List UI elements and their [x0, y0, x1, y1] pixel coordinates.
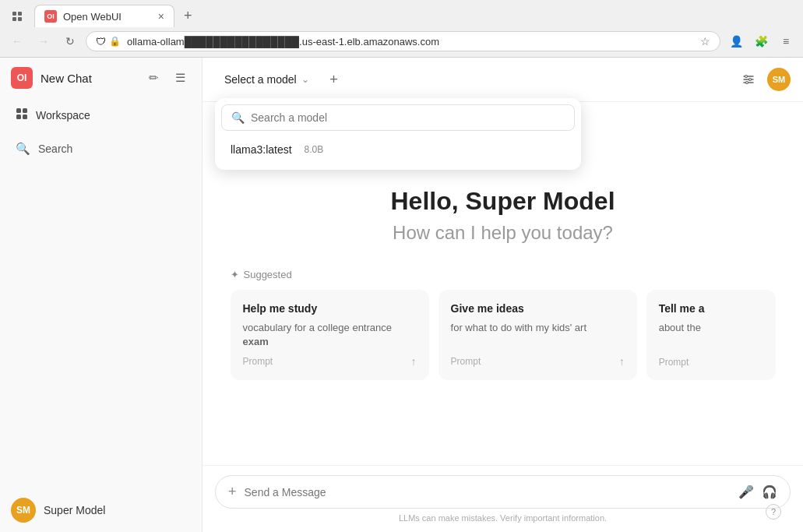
add-model-button[interactable]: +	[323, 69, 345, 90]
card-2-footer: Prompt ↑	[451, 355, 625, 368]
cards-row: Help me study vocabulary for a college e…	[231, 290, 776, 380]
sidebar-header-icons: ✏ ☰	[143, 67, 191, 89]
svg-rect-4	[16, 108, 21, 113]
new-chat-label: New Chat	[41, 72, 135, 85]
model-name: llama3:latest	[231, 143, 292, 156]
greeting-title: Hello, Super Model	[390, 187, 615, 216]
svg-rect-2	[12, 17, 16, 21]
svg-point-12	[749, 79, 752, 81]
svg-rect-1	[18, 12, 22, 16]
input-area: + 🎤 🎧 LLMs can make mistakes. Verify imp…	[203, 465, 803, 532]
message-input-box[interactable]: + 🎤 🎧	[215, 475, 791, 509]
model-selector-button[interactable]: Select a model ⌄	[215, 69, 319, 90]
suggestion-card-3[interactable]: Tell me a about the Prompt	[646, 290, 776, 380]
back-button[interactable]: ←	[6, 30, 28, 52]
model-selector-label: Select a model	[224, 73, 297, 86]
app: OI New Chat ✏ ☰ Workspace	[0, 58, 803, 532]
model-search-box[interactable]: 🔍	[221, 104, 575, 131]
extensions-icon[interactable]: 🧩	[750, 30, 772, 52]
card-2-title: Give me ideas	[451, 302, 625, 315]
svg-rect-7	[23, 115, 27, 119]
address-bar-row: ← → ↻ 🛡 🔒 ollama-ollam████████████████.u…	[0, 27, 803, 57]
disclaimer-text: LLMs can make mistakes. Verify important…	[399, 509, 607, 526]
chevron-down-icon: ⌄	[301, 74, 309, 85]
card-1-title: Help me study	[243, 302, 417, 315]
suggestion-card-1[interactable]: Help me study vocabulary for a college e…	[231, 290, 429, 380]
topbar-right: SM	[736, 67, 791, 92]
suggested-label: ✦ Suggested	[231, 269, 776, 280]
model-selector: Select a model ⌄ +	[215, 69, 345, 90]
new-tab-button[interactable]: +	[178, 5, 199, 27]
help-button[interactable]: ?	[766, 504, 781, 520]
sidebar-header: OI New Chat ✏ ☰	[0, 58, 202, 98]
svg-point-13	[746, 82, 748, 84]
workspace-icon	[16, 107, 28, 123]
settings-button[interactable]	[736, 67, 761, 92]
security-icons: 🛡 🔒	[96, 36, 121, 48]
card-3-title: Tell me a	[659, 302, 763, 315]
model-search-input[interactable]	[251, 111, 565, 124]
bookmark-icon[interactable]: ☆	[700, 35, 710, 48]
search-nav-item[interactable]: 🔍 Search	[8, 136, 194, 162]
tab-bar: OI Open WebUI × +	[0, 0, 803, 27]
menu-icon[interactable]: ≡	[775, 30, 797, 52]
svg-rect-3	[18, 17, 22, 21]
sidebar: OI New Chat ✏ ☰ Workspace	[0, 58, 203, 532]
main-content: Select a model ⌄ + SM	[203, 58, 803, 532]
edit-icon[interactable]: ✏	[143, 67, 164, 89]
address-text[interactable]: ollama-ollam████████████████.us-east-1.e…	[127, 36, 694, 48]
model-dropdown: 🔍 llama3:latest 8.0B	[215, 98, 581, 170]
browser-tab-active[interactable]: OI Open WebUI ×	[34, 5, 174, 27]
sparkle-icon: ✦	[231, 269, 239, 280]
user-avatar-topbar[interactable]: SM	[767, 68, 791, 91]
card-3-prompt: Prompt	[659, 357, 689, 368]
address-bar[interactable]: 🛡 🔒 ollama-ollam████████████████.us-east…	[86, 31, 720, 51]
card-3-footer: Prompt	[659, 357, 763, 368]
search-nav-icon: 🔍	[16, 142, 30, 156]
tab-title: Open WebUI	[63, 11, 152, 23]
user-avatar-sidebar: SM	[11, 498, 36, 523]
sidebar-nav: Workspace	[0, 98, 202, 132]
chat-greeting: Hello, Super Model How can I help you to…	[390, 187, 615, 244]
sidebar-footer[interactable]: SM Super Model	[0, 488, 202, 532]
card-1-prompt: Prompt	[243, 356, 273, 367]
sidebar-item-workspace[interactable]: Workspace	[8, 101, 194, 129]
svg-point-11	[745, 76, 748, 78]
suggested-text: Suggested	[244, 269, 292, 280]
app-logo: OI	[11, 67, 33, 89]
shield-icon: 🛡	[96, 36, 106, 48]
tab-list-icon[interactable]	[6, 5, 28, 27]
browser-toolbar-right: 👤 🧩 ≡	[725, 30, 797, 52]
account-icon[interactable]: 👤	[725, 30, 747, 52]
card-3-desc: about the	[659, 321, 763, 335]
card-1-footer: Prompt ↑	[243, 355, 417, 368]
suggested-section: ✦ Suggested Help me study vocabulary for…	[231, 269, 776, 380]
user-name-sidebar: Super Model	[44, 504, 105, 516]
reload-button[interactable]: ↻	[59, 30, 81, 52]
lock-icon: 🔒	[109, 36, 121, 47]
card-2-arrow-icon: ↑	[619, 355, 625, 368]
tab-favicon: OI	[44, 10, 57, 23]
card-1-desc: vocabulary for a college entrance exam	[243, 321, 417, 349]
message-input[interactable]	[245, 486, 731, 499]
sidebar-search: 🔍 Search	[0, 132, 202, 165]
browser-icons-left	[6, 5, 28, 27]
forward-button[interactable]: →	[33, 30, 55, 52]
model-size: 8.0B	[305, 144, 324, 155]
model-option-llama3[interactable]: llama3:latest 8.0B	[221, 136, 575, 164]
card-1-arrow-icon: ↑	[411, 355, 417, 368]
card-2-desc: for what to do with my kids' art	[451, 321, 625, 335]
svg-rect-0	[12, 12, 16, 16]
greeting-subtitle: How can I help you today?	[390, 222, 615, 244]
suggestion-card-2[interactable]: Give me ideas for what to do with my kid…	[438, 290, 637, 380]
tab-close-button[interactable]: ×	[158, 10, 164, 23]
browser-chrome: OI Open WebUI × + ← → ↻ 🛡 🔒 ollama-ollam…	[0, 0, 803, 58]
workspace-label: Workspace	[36, 109, 90, 122]
attach-icon[interactable]: +	[228, 484, 237, 500]
search-icon: 🔍	[231, 111, 245, 124]
menu-toggle-icon[interactable]: ☰	[169, 67, 191, 89]
svg-rect-6	[16, 115, 21, 119]
mic-icon[interactable]: 🎤	[738, 484, 754, 499]
headphone-icon[interactable]: 🎧	[762, 484, 777, 499]
svg-rect-5	[23, 108, 27, 113]
